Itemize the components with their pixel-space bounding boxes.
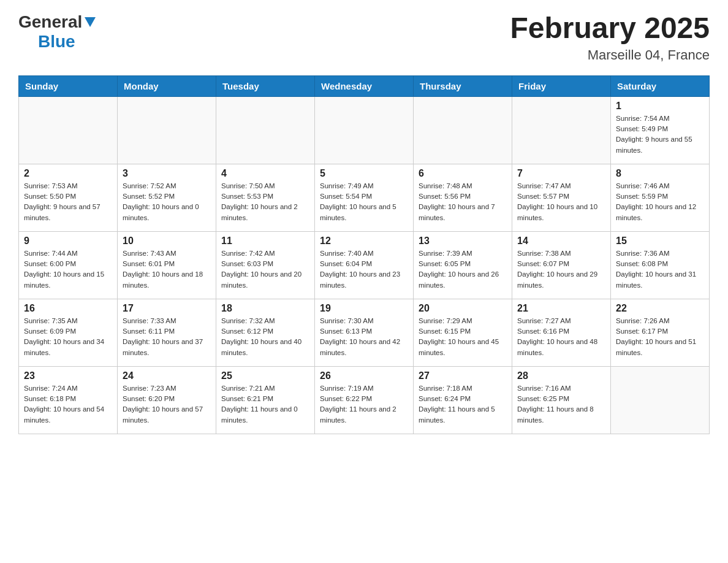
calendar-day-cell: 17Sunrise: 7:33 AMSunset: 6:11 PMDayligh… — [118, 299, 216, 366]
calendar-day-cell — [611, 366, 710, 434]
day-number: 14 — [517, 236, 605, 247]
day-number: 11 — [221, 236, 309, 247]
day-info: Sunrise: 7:52 AMSunset: 5:52 PMDaylight:… — [123, 181, 211, 223]
calendar-day-cell: 10Sunrise: 7:43 AMSunset: 6:01 PMDayligh… — [118, 231, 216, 299]
calendar-day-cell: 7Sunrise: 7:47 AMSunset: 5:57 PMDaylight… — [512, 164, 611, 231]
day-number: 13 — [419, 236, 507, 247]
day-number: 24 — [123, 370, 211, 381]
calendar-day-cell: 14Sunrise: 7:38 AMSunset: 6:07 PMDayligh… — [512, 231, 611, 299]
calendar-day-cell: 2Sunrise: 7:53 AMSunset: 5:50 PMDaylight… — [19, 164, 118, 231]
day-number: 27 — [419, 370, 507, 381]
calendar-day-cell: 6Sunrise: 7:48 AMSunset: 5:56 PMDaylight… — [414, 164, 512, 231]
calendar-day-cell: 25Sunrise: 7:21 AMSunset: 6:21 PMDayligh… — [216, 366, 315, 434]
calendar-day-header: Wednesday — [315, 75, 414, 96]
day-info: Sunrise: 7:42 AMSunset: 6:03 PMDaylight:… — [221, 248, 309, 291]
calendar-day-cell: 20Sunrise: 7:29 AMSunset: 6:15 PMDayligh… — [414, 299, 512, 366]
calendar-day-cell: 12Sunrise: 7:40 AMSunset: 6:04 PMDayligh… — [315, 231, 414, 299]
day-info: Sunrise: 7:54 AMSunset: 5:49 PMDaylight:… — [616, 113, 704, 156]
calendar-week-row: 1Sunrise: 7:54 AMSunset: 5:49 PMDaylight… — [19, 96, 710, 164]
day-info: Sunrise: 7:30 AMSunset: 6:13 PMDaylight:… — [320, 316, 408, 358]
day-info: Sunrise: 7:21 AMSunset: 6:21 PMDaylight:… — [221, 383, 309, 426]
calendar-day-cell: 8Sunrise: 7:46 AMSunset: 5:59 PMDaylight… — [611, 164, 710, 231]
day-info: Sunrise: 7:23 AMSunset: 6:20 PMDaylight:… — [123, 383, 211, 426]
day-number: 8 — [616, 168, 704, 179]
logo-triangle-icon — [85, 17, 96, 29]
day-number: 15 — [616, 236, 704, 247]
day-info: Sunrise: 7:48 AMSunset: 5:56 PMDaylight:… — [419, 181, 507, 223]
day-number: 21 — [517, 303, 605, 314]
calendar-day-header: Thursday — [414, 75, 512, 96]
calendar-day-cell: 5Sunrise: 7:49 AMSunset: 5:54 PMDaylight… — [315, 164, 414, 231]
calendar-day-cell: 24Sunrise: 7:23 AMSunset: 6:20 PMDayligh… — [118, 366, 216, 434]
calendar-header-row: SundayMondayTuesdayWednesdayThursdayFrid… — [19, 75, 710, 96]
calendar-day-cell — [414, 96, 512, 164]
day-info: Sunrise: 7:19 AMSunset: 6:22 PMDaylight:… — [320, 383, 408, 426]
day-number: 4 — [221, 168, 309, 179]
day-info: Sunrise: 7:40 AMSunset: 6:04 PMDaylight:… — [320, 248, 408, 291]
day-info: Sunrise: 7:36 AMSunset: 6:08 PMDaylight:… — [616, 248, 704, 291]
calendar-day-cell: 18Sunrise: 7:32 AMSunset: 6:12 PMDayligh… — [216, 299, 315, 366]
calendar-day-cell: 21Sunrise: 7:27 AMSunset: 6:16 PMDayligh… — [512, 299, 611, 366]
day-number: 9 — [24, 236, 112, 247]
day-info: Sunrise: 7:27 AMSunset: 6:16 PMDaylight:… — [517, 316, 605, 358]
day-info: Sunrise: 7:29 AMSunset: 6:15 PMDaylight:… — [419, 316, 507, 358]
calendar-day-cell: 9Sunrise: 7:44 AMSunset: 6:00 PMDaylight… — [19, 231, 118, 299]
day-number: 19 — [320, 303, 408, 314]
calendar-day-cell: 1Sunrise: 7:54 AMSunset: 5:49 PMDaylight… — [611, 96, 710, 164]
day-info: Sunrise: 7:24 AMSunset: 6:18 PMDaylight:… — [24, 383, 112, 426]
calendar-day-cell — [19, 96, 118, 164]
day-number: 17 — [123, 303, 211, 314]
day-number: 25 — [221, 370, 309, 381]
calendar-day-header: Sunday — [19, 75, 118, 96]
calendar-day-cell: 27Sunrise: 7:18 AMSunset: 6:24 PMDayligh… — [414, 366, 512, 434]
calendar-table: SundayMondayTuesdayWednesdayThursdayFrid… — [18, 75, 710, 434]
header: General Blue February 2025 Marseille 04,… — [18, 12, 710, 63]
calendar-day-header: Friday — [512, 75, 611, 96]
calendar-day-cell: 22Sunrise: 7:26 AMSunset: 6:17 PMDayligh… — [611, 299, 710, 366]
calendar-day-cell: 26Sunrise: 7:19 AMSunset: 6:22 PMDayligh… — [315, 366, 414, 434]
day-info: Sunrise: 7:53 AMSunset: 5:50 PMDaylight:… — [24, 181, 112, 223]
day-info: Sunrise: 7:35 AMSunset: 6:09 PMDaylight:… — [24, 316, 112, 358]
calendar-day-cell: 15Sunrise: 7:36 AMSunset: 6:08 PMDayligh… — [611, 231, 710, 299]
day-number: 12 — [320, 236, 408, 247]
calendar-day-header: Tuesday — [216, 75, 315, 96]
day-number: 22 — [616, 303, 704, 314]
day-info: Sunrise: 7:18 AMSunset: 6:24 PMDaylight:… — [419, 383, 507, 426]
day-number: 1 — [616, 101, 704, 112]
calendar-day-cell: 13Sunrise: 7:39 AMSunset: 6:05 PMDayligh… — [414, 231, 512, 299]
day-number: 16 — [24, 303, 112, 314]
calendar-day-cell — [512, 96, 611, 164]
calendar-day-cell: 3Sunrise: 7:52 AMSunset: 5:52 PMDaylight… — [118, 164, 216, 231]
day-info: Sunrise: 7:26 AMSunset: 6:17 PMDaylight:… — [616, 316, 704, 358]
day-number: 6 — [419, 168, 507, 179]
calendar-week-row: 23Sunrise: 7:24 AMSunset: 6:18 PMDayligh… — [19, 366, 710, 434]
calendar-week-row: 2Sunrise: 7:53 AMSunset: 5:50 PMDaylight… — [19, 164, 710, 231]
logo-blue-text: Blue — [38, 32, 75, 52]
day-info: Sunrise: 7:38 AMSunset: 6:07 PMDaylight:… — [517, 248, 605, 291]
calendar-day-cell — [216, 96, 315, 164]
day-info: Sunrise: 7:47 AMSunset: 5:57 PMDaylight:… — [517, 181, 605, 223]
day-number: 18 — [221, 303, 309, 314]
calendar-day-cell — [118, 96, 216, 164]
calendar-day-cell: 11Sunrise: 7:42 AMSunset: 6:03 PMDayligh… — [216, 231, 315, 299]
day-number: 26 — [320, 370, 408, 381]
day-info: Sunrise: 7:16 AMSunset: 6:25 PMDaylight:… — [517, 383, 605, 426]
logo: General Blue — [18, 12, 96, 52]
calendar-day-cell: 19Sunrise: 7:30 AMSunset: 6:13 PMDayligh… — [315, 299, 414, 366]
day-number: 2 — [24, 168, 112, 179]
calendar-week-row: 16Sunrise: 7:35 AMSunset: 6:09 PMDayligh… — [19, 299, 710, 366]
calendar-day-cell: 28Sunrise: 7:16 AMSunset: 6:25 PMDayligh… — [512, 366, 611, 434]
calendar-day-cell: 23Sunrise: 7:24 AMSunset: 6:18 PMDayligh… — [19, 366, 118, 434]
day-info: Sunrise: 7:43 AMSunset: 6:01 PMDaylight:… — [123, 248, 211, 291]
day-number: 20 — [419, 303, 507, 314]
calendar-day-header: Saturday — [611, 75, 710, 96]
day-number: 10 — [123, 236, 211, 247]
calendar-week-row: 9Sunrise: 7:44 AMSunset: 6:00 PMDaylight… — [19, 231, 710, 299]
day-number: 3 — [123, 168, 211, 179]
day-number: 23 — [24, 370, 112, 381]
day-number: 5 — [320, 168, 408, 179]
day-info: Sunrise: 7:49 AMSunset: 5:54 PMDaylight:… — [320, 181, 408, 223]
day-info: Sunrise: 7:50 AMSunset: 5:53 PMDaylight:… — [221, 181, 309, 223]
calendar-day-cell — [315, 96, 414, 164]
location: Marseille 04, France — [510, 47, 710, 63]
